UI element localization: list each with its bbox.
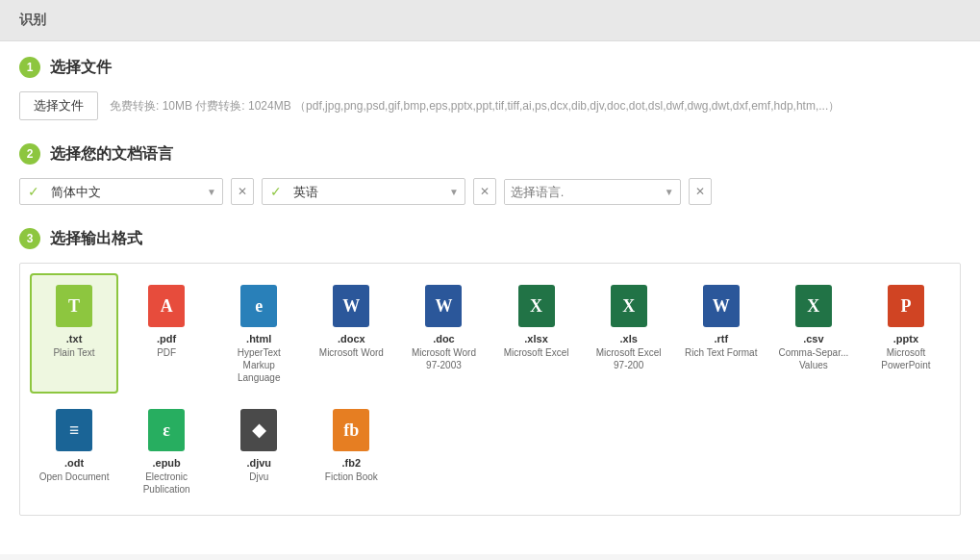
format-icon-letter-rtf: W — [713, 296, 730, 317]
format-ext-epub: .epub — [152, 457, 180, 469]
lang2-select[interactable]: 英语 — [289, 180, 443, 204]
format-item-doc[interactable]: W.docMicrosoft Word 97-2003 — [399, 273, 488, 394]
format-item-xlsx[interactable]: X.xlsxMicrosoft Excel — [491, 273, 580, 394]
format-name-rtf: Rich Text Format — [685, 346, 757, 359]
format-item-pdf[interactable]: A.pdfPDF — [122, 273, 211, 394]
format-icon-base-djvu: ◆ — [240, 409, 277, 451]
format-icon-csv: X — [793, 283, 834, 329]
format-ext-pdf: .pdf — [157, 333, 176, 344]
format-name-xls: Microsoft Excel 97-200 — [591, 346, 667, 371]
format-icon-html: e — [239, 283, 279, 329]
format-icon-letter-csv: X — [807, 296, 819, 317]
format-icon-base-csv: X — [795, 285, 832, 327]
format-item-html[interactable]: e.htmlHyperText Markup Language — [214, 273, 303, 394]
lang2-arrow-icon: ▼ — [443, 182, 465, 202]
step2-section: 2 选择您的文档语言 ✓ 简体中文 ▼ ✕ ✓ 英语 ▼ ✕ — [19, 143, 961, 205]
format-icon-letter-djvu: ◆ — [252, 420, 265, 441]
format-icon-letter-docx: W — [342, 296, 360, 317]
language-selector-2[interactable]: ✓ 英语 ▼ — [262, 178, 465, 205]
choose-file-button[interactable]: 选择文件 — [19, 91, 98, 120]
format-icon-letter-odt: ≡ — [69, 420, 79, 441]
step3-title: 选择输出格式 — [50, 229, 142, 249]
format-icon-letter-xlsx: X — [530, 296, 542, 317]
format-item-docx[interactable]: W.docxMicrosoft Word — [307, 273, 395, 394]
format-icon-djvu: ◆ — [239, 407, 279, 453]
format-icon-xls: X — [609, 283, 649, 329]
format-ext-csv: .csv — [803, 333, 823, 344]
lang2-close-button[interactable]: ✕ — [473, 178, 496, 205]
format-name-txt: Plain Text — [53, 346, 94, 359]
format-ext-rtf: .rtf — [714, 333, 728, 344]
format-name-csv: Comma-Separ... Values — [775, 346, 852, 371]
format-name-fb2: Fiction Book — [325, 471, 378, 483]
format-icon-letter-fb2: fb — [343, 420, 359, 441]
format-icon-base-pptx: P — [888, 285, 924, 327]
format-item-rtf[interactable]: W.rtfRich Text Format — [677, 273, 766, 394]
format-name-epub: Electronic Publication — [128, 471, 205, 496]
format-icon-pdf: A — [146, 283, 187, 329]
format-ext-doc: .doc — [433, 333, 455, 344]
format-name-doc: Microsoft Word 97-2003 — [405, 346, 482, 371]
format-ext-xls: .xls — [619, 333, 637, 344]
format-icon-base-epub: ε — [148, 409, 185, 451]
format-icon-letter-txt: T — [68, 296, 80, 317]
step1-circle: 1 — [19, 57, 40, 78]
format-ext-pptx: .pptx — [893, 333, 918, 344]
format-name-html: HyperText Markup Language — [220, 346, 297, 384]
step3-header: 3 选择输出格式 — [19, 228, 961, 249]
format-item-epub[interactable]: ε.epubElectronic Publication — [122, 397, 211, 505]
step3-circle: 3 — [19, 228, 40, 249]
format-item-csv[interactable]: X.csvComma-Separ... Values — [769, 273, 858, 394]
format-icon-rtf: W — [701, 283, 741, 329]
format-name-xlsx: Microsoft Excel — [504, 346, 569, 359]
format-ext-html: .html — [246, 333, 271, 344]
format-grid-wrapper: T.txtPlain TextA.pdfPDFe.htmlHyperText M… — [19, 263, 961, 516]
step2-title: 选择您的文档语言 — [50, 144, 173, 165]
format-item-fb2[interactable]: fb.fb2Fiction Book — [307, 397, 395, 505]
step1-title: 选择文件 — [50, 58, 112, 78]
file-row: 选择文件 免费转换: 10MB 付费转换: 1024MB （pdf,jpg,pn… — [19, 91, 961, 120]
lang1-check-icon: ✓ — [20, 179, 47, 204]
format-name-docx: Microsoft Word — [319, 346, 384, 359]
lang3-close-button[interactable]: ✕ — [689, 178, 712, 205]
format-ext-odt: .odt — [64, 457, 84, 469]
format-icon-base-pdf: A — [148, 285, 185, 327]
format-icon-pptx: P — [886, 283, 926, 329]
format-icon-fb2: fb — [331, 407, 371, 453]
format-icon-letter-xls: X — [622, 296, 635, 317]
format-icon-letter-html: e — [255, 296, 263, 317]
lang2-check-icon: ✓ — [263, 179, 289, 204]
format-item-djvu[interactable]: ◆.djvuDjvu — [214, 397, 303, 505]
format-ext-djvu: .djvu — [246, 457, 271, 469]
format-name-djvu: Djvu — [249, 471, 268, 483]
format-icon-docx: W — [331, 283, 371, 329]
format-ext-docx: .docx — [338, 333, 365, 344]
lang1-arrow-icon: ▼ — [201, 182, 222, 202]
page-header: 识别 — [0, 0, 980, 41]
format-ext-fb2: .fb2 — [342, 457, 362, 469]
format-icon-base-doc: W — [425, 285, 462, 327]
format-item-pptx[interactable]: P.pptxMicrosoft PowerPoint — [862, 273, 950, 394]
format-item-xls[interactable]: X.xlsMicrosoft Excel 97-200 — [585, 273, 673, 394]
format-icon-base-odt: ≡ — [56, 409, 92, 451]
language-row: ✓ 简体中文 ▼ ✕ ✓ 英语 ▼ ✕ ▼ ✕ — [19, 178, 961, 205]
format-item-txt[interactable]: T.txtPlain Text — [30, 273, 118, 394]
format-icon-xlsx: X — [516, 283, 557, 329]
page-title: 识别 — [19, 12, 46, 27]
lang1-select[interactable]: 简体中文 — [47, 180, 201, 204]
format-icon-letter-pptx: P — [900, 296, 911, 317]
format-icon-odt: ≡ — [54, 407, 94, 453]
format-icon-base-rtf: W — [703, 285, 740, 327]
format-icon-base-docx: W — [333, 285, 369, 327]
format-item-odt[interactable]: ≡.odtOpen Document — [30, 397, 118, 505]
language-selector-3[interactable]: ▼ — [504, 179, 681, 205]
format-icon-letter-epub: ε — [163, 420, 170, 441]
format-icon-txt: T — [54, 283, 94, 329]
file-info-text: 免费转换: 10MB 付费转换: 1024MB （pdf,jpg,png,psd… — [110, 98, 840, 115]
step3-section: 3 选择输出格式 T.txtPlain TextA.pdfPDFe.htmlHy… — [19, 228, 961, 516]
step2-header: 2 选择您的文档语言 — [19, 143, 961, 165]
format-icon-doc: W — [423, 283, 464, 329]
language-selector-1[interactable]: ✓ 简体中文 ▼ — [19, 178, 223, 205]
lang1-close-button[interactable]: ✕ — [231, 178, 254, 205]
lang3-input[interactable] — [505, 180, 659, 204]
